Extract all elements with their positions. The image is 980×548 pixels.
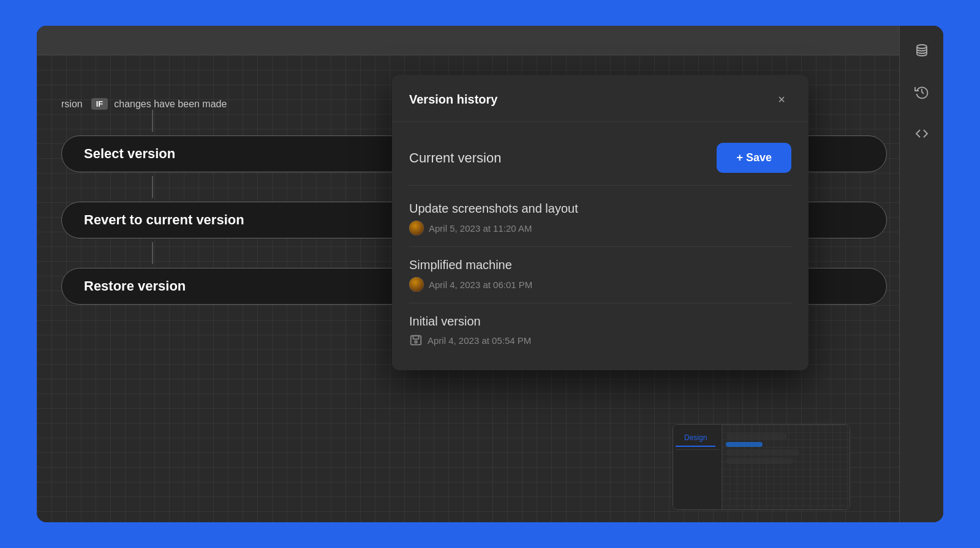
version-name-1: Update screenshots and layout	[409, 202, 791, 216]
version-history-panel: Version history × Current version + Save…	[392, 75, 809, 370]
right-sidebar	[899, 26, 943, 522]
thumbnail-panel-label: Design S	[673, 425, 722, 509]
if-badge: IF	[91, 98, 108, 110]
avatar-2	[409, 277, 424, 292]
version-item-2[interactable]: Simplified machine April 4, 2023 at 06:0…	[409, 247, 791, 303]
history-sidebar-icon[interactable]	[910, 80, 934, 104]
system-save-icon	[409, 333, 423, 347]
version-item-1[interactable]: Update screenshots and layout April 5, 2…	[409, 191, 791, 247]
version-name-3: Initial version	[409, 314, 791, 329]
save-button[interactable]: + Save	[717, 143, 791, 173]
panel-header: Version history ×	[392, 75, 809, 122]
version-meta-2: April 4, 2023 at 06:01 PM	[409, 277, 791, 292]
connector-line-1	[152, 110, 153, 132]
avatar-1	[409, 221, 424, 235]
connector-line-3	[152, 242, 153, 264]
avatar-bear-1	[409, 221, 424, 235]
current-version-label: Current version	[409, 150, 501, 166]
version-date-3: April 4, 2023 at 05:54 PM	[428, 335, 531, 346]
canvas-thumbnail: Design S	[673, 424, 850, 510]
version-date-1: April 5, 2023 at 11:20 AM	[429, 223, 532, 234]
current-version-row: Current version + Save	[409, 134, 791, 186]
thumbnail-design-tab[interactable]: Design	[676, 430, 715, 447]
connector-line-2	[152, 176, 153, 198]
code-sidebar-icon[interactable]	[910, 121, 934, 146]
svg-point-3	[917, 45, 927, 48]
version-label-text: rsion	[61, 99, 83, 110]
thumbnail-content	[722, 425, 850, 509]
avatar-bear-2	[409, 277, 424, 292]
canvas-top-bar	[37, 26, 899, 55]
version-meta-3: April 4, 2023 at 05:54 PM	[409, 333, 791, 347]
svg-point-2	[415, 341, 417, 343]
app-window: rsion IF changes have been made Select v…	[37, 26, 943, 522]
version-meta-1: April 5, 2023 at 11:20 AM	[409, 221, 791, 235]
close-button[interactable]: ×	[772, 89, 791, 109]
panel-title: Version history	[409, 93, 498, 107]
database-sidebar-icon[interactable]	[910, 38, 934, 63]
if-condition-text: changes have been made	[114, 99, 227, 110]
panel-content: Current version + Save Update screenshot…	[392, 122, 809, 370]
version-item-3[interactable]: Initial version April 4, 2023 at 05:54 P…	[409, 303, 791, 358]
svg-rect-1	[413, 336, 418, 340]
version-name-2: Simplified machine	[409, 258, 791, 272]
version-date-2: April 4, 2023 at 06:01 PM	[429, 280, 532, 290]
